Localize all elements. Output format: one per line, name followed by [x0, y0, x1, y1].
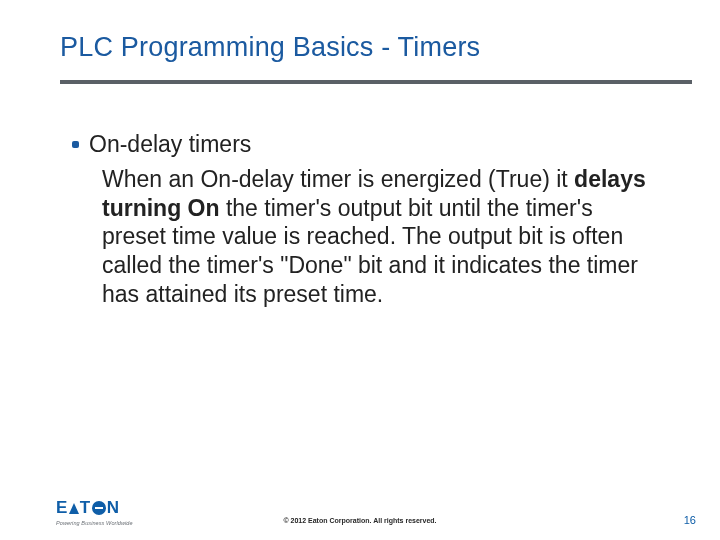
- bullet-text: On-delay timers: [89, 130, 251, 159]
- logo-mark: ETN: [56, 498, 120, 518]
- body: On-delay timers When an On-delay timer i…: [72, 130, 660, 309]
- slide-title: PLC Programming Basics - Timers: [60, 32, 680, 63]
- logo-text: ETN: [56, 498, 120, 518]
- logo-mid: T: [80, 498, 91, 518]
- logo-pre: E: [56, 498, 68, 518]
- logo-a-glyph: [69, 503, 79, 514]
- logo-post: N: [107, 498, 120, 518]
- bullet-icon: [72, 141, 79, 148]
- bullet-row: On-delay timers: [72, 130, 660, 159]
- page-number: 16: [684, 514, 696, 526]
- copyright: © 2012 Eaton Corporation. All rights res…: [0, 517, 720, 524]
- slide: PLC Programming Basics - Timers On-delay…: [0, 0, 720, 540]
- title-block: PLC Programming Basics - Timers: [60, 32, 680, 63]
- logo-o-glyph: [92, 501, 106, 515]
- para-seg-1: When an On-delay timer is energized (Tru…: [102, 166, 574, 192]
- title-rule: [60, 80, 692, 84]
- body-paragraph: When an On-delay timer is energized (Tru…: [102, 165, 660, 309]
- logo-o-bar: [95, 507, 103, 509]
